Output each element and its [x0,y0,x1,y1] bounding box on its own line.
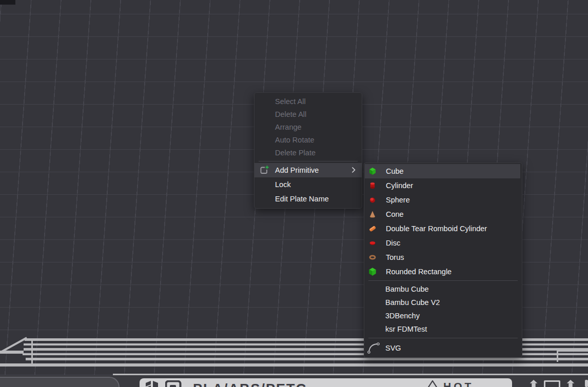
submenu-item-label: Cone [386,210,404,218]
disc-icon [368,239,377,247]
menu-separator [368,338,518,338]
cone-icon [368,210,377,218]
cube-icon [368,167,377,175]
submenu-item-torus[interactable]: Torus [365,250,520,264]
sphere-icon [368,196,377,204]
submenu-item-bambu-cube[interactable]: Bambu Cube [364,282,522,296]
menu-item-delete-plate: Delete Plate [254,147,362,159]
menu-separator [368,280,518,281]
submenu-item-cone[interactable]: Cone [365,207,520,221]
plate-label-strip: PLA/ABS/PETG HOT [140,378,512,387]
add-primitive-submenu: Cube Cylinder Sphere Cone [364,162,522,358]
submenu-item-ksr-fdmtest[interactable]: ksr FDMTest [364,322,522,336]
submenu-item-disc[interactable]: Disc [365,236,520,250]
submenu-item-svg[interactable]: SVG [364,340,522,356]
add-primitive-icon [259,165,269,176]
menu-item-edit-plate-name[interactable]: Edit Plate Name [254,192,362,206]
slicer-3d-viewport[interactable]: PLA/ABS/PETG HOT Select All Delete All A… [0,0,588,387]
torus-icon [368,253,377,261]
plate-context-menu: Select All Delete All Arrange Auto Rotat… [254,92,362,209]
submenu-item-label: Cube [386,167,404,175]
double-tear-romboid-cylinder-icon [368,225,377,233]
plate-front-markings [523,379,588,387]
submenu-item-rounded-rectangle[interactable]: Rounded Rectangle [365,264,520,279]
plate-corner-bracket [557,350,558,362]
viewport-corner [0,0,15,5]
menu-item-arrange: Arrange [254,121,362,134]
plate-corner-bracket [557,350,588,352]
submenu-item-label: Torus [386,253,404,261]
submenu-item-label: SVG [385,344,401,352]
slot-rectangle-icon [544,380,560,387]
menu-item-label: Add Primitive [275,166,319,174]
submenu-item-cube[interactable]: Cube [365,164,520,178]
plate-edge-stripe [26,358,588,360]
menu-item-select-all: Select All [254,95,362,108]
plate-type-logo-icon [165,380,182,387]
menu-item-add-primitive[interactable]: Add Primitive [254,163,362,177]
plate-grip-tab [0,377,120,387]
menu-item-delete-all: Delete All [254,108,362,121]
submenu-item-3dbenchy[interactable]: 3DBenchy [364,309,522,322]
rounded-rectangle-icon [368,268,377,276]
submenu-chevron-icon [351,167,356,173]
submenu-item-label: Disc [386,239,400,247]
submenu-item-double-tear-romboid-cylinder[interactable]: Double Tear Romboid Cylinder [365,221,520,236]
submenu-item-label: Double Tear Romboid Cylinder [386,225,487,233]
submenu-item-label: Rounded Rectangle [386,268,452,276]
plate-edge-tick [31,340,33,364]
menu-separator [259,161,358,161]
bambu-logo-icon [145,381,160,387]
bezier-curve-icon [367,342,380,354]
hot-warning-icon [425,380,440,387]
up-arrow-icon [526,380,541,387]
submenu-item-label: Sphere [386,196,410,204]
submenu-item-sphere[interactable]: Sphere [365,193,520,207]
submenu-item-cylinder[interactable]: Cylinder [365,178,520,193]
submenu-item-label: Cylinder [386,181,413,190]
plate-surface-label: PLA/ABS/PETG [193,381,308,387]
cylinder-icon [368,181,377,190]
submenu-item-bambu-cube-v2[interactable]: Bambu Cube V2 [364,296,522,309]
menu-item-auto-rotate: Auto Rotate [254,134,362,147]
plate-front-edge-line [0,363,588,366]
menu-item-lock[interactable]: Lock [254,177,362,192]
plate-edge-marking [585,380,588,387]
plate-hot-label: HOT [443,380,474,387]
up-arrow-icon [563,380,578,387]
